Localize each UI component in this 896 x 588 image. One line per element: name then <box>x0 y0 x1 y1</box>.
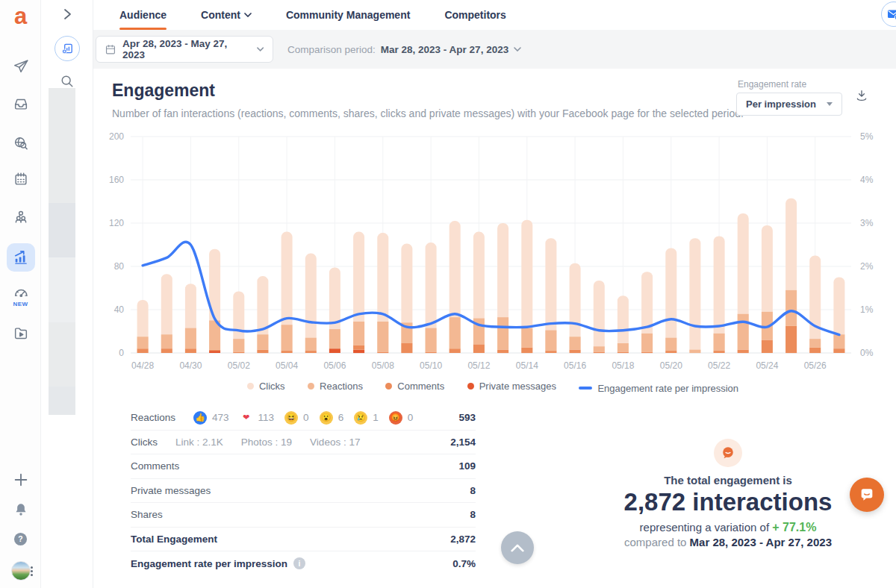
svg-text:2%: 2% <box>860 261 874 272</box>
reaction-emoji: 😡 <box>389 411 402 425</box>
sidebar-item-ads-dashboard[interactable] <box>0 284 41 301</box>
table-row: ClicksLink : 2.1KPhotos : 19Videos : 172… <box>131 431 476 455</box>
user-avatar[interactable] <box>0 561 41 581</box>
compared-prefix: compared to <box>624 536 686 548</box>
svg-text:80: 80 <box>114 261 125 272</box>
reaction-count: 6 <box>338 412 344 423</box>
sidebar-item-reports-active[interactable] <box>0 243 41 272</box>
reaction-count: 473 <box>212 412 229 423</box>
clicks-swatch <box>247 383 254 390</box>
sidebar-item-publishing[interactable] <box>0 58 41 75</box>
download-chart-button[interactable] <box>855 89 868 105</box>
legend-item-private-messages[interactable]: Private messages <box>467 381 556 392</box>
svg-text:5%: 5% <box>860 131 874 142</box>
sidebar-item-listening[interactable] <box>0 135 41 151</box>
comparison-period-picker[interactable]: Comparison period: Mar 28, 2023 - Apr 27… <box>287 30 521 69</box>
tab-label: Competitors <box>444 9 505 21</box>
tab-label: Audience <box>119 9 167 21</box>
globe-search-icon <box>13 135 29 151</box>
page-title: Engagement <box>112 81 215 101</box>
chevron-down-icon <box>244 13 252 17</box>
notifications-button[interactable] <box>0 501 41 518</box>
row-label: Engagement rate per impression <box>131 558 287 569</box>
table-row: Reactions👍473❤113😆0😮6😢1😡0593 <box>131 406 476 431</box>
engagement-chart[interactable]: 00%401%802%1203%1604%2005%04/2804/3005/0… <box>108 127 877 375</box>
legend-label: Private messages <box>479 381 556 392</box>
agorapulse-logo[interactable]: a <box>0 3 41 30</box>
svg-text:05/22: 05/22 <box>708 360 730 371</box>
info-icon[interactable]: i <box>293 557 305 569</box>
reports-chart-icon <box>13 249 29 266</box>
rate-dropdown[interactable]: Per impression <box>736 93 842 116</box>
row-label: Clicks <box>131 437 158 448</box>
sidebar-item-calendar[interactable] <box>0 171 41 187</box>
svg-text:05/04: 05/04 <box>276 360 298 371</box>
sidebar-item-inbox[interactable] <box>0 96 41 112</box>
help-button[interactable]: ? <box>0 532 41 546</box>
legend-item-engagement-rate[interactable]: Engagement rate per impression <box>579 383 738 394</box>
search-profiles-button[interactable] <box>41 75 93 88</box>
rate-dropdown-value: Per impression <box>746 98 816 110</box>
total-engagement-summary: The total engagement is 2,872 interactio… <box>564 439 892 548</box>
expand-panel-button[interactable] <box>41 7 93 21</box>
paper-plane-icon <box>13 58 29 75</box>
comparison-range-value: Mar 28, 2023 - Apr 27, 2023 <box>381 44 508 55</box>
comparison-label: Comparison period: <box>287 44 376 55</box>
svg-text:?: ? <box>18 535 22 543</box>
add-button[interactable] <box>0 472 41 488</box>
legend-item-reactions[interactable]: Reactions <box>308 381 363 392</box>
date-range-picker[interactable]: Apr 28, 2023 - May 27, 2023 <box>96 36 273 63</box>
chat-widget-button[interactable] <box>850 478 884 512</box>
rate-dropdown-label: Engagement rate <box>738 79 806 90</box>
chevron-down-icon <box>514 47 521 51</box>
legend-item-comments[interactable]: Comments <box>385 381 444 392</box>
rate-line-swatch <box>579 387 592 390</box>
tab-competitors[interactable]: Competitors <box>444 0 505 30</box>
profiles-panel <box>41 0 93 588</box>
svg-text:05/16: 05/16 <box>564 360 586 371</box>
svg-text:05/08: 05/08 <box>372 360 394 371</box>
row-value: 2,154 <box>450 437 476 448</box>
row-value: 8 <box>470 485 476 496</box>
svg-text:0: 0 <box>119 348 124 358</box>
variation-value: + 77.1% <box>772 521 816 534</box>
sidebar-item-community[interactable] <box>0 209 41 225</box>
report-tabs: Audience Content Community Management Co… <box>119 0 506 30</box>
summary-intro: The total engagement is <box>564 474 892 487</box>
legend-label: Reactions <box>320 381 363 392</box>
svg-text:40: 40 <box>114 304 125 315</box>
calendar-icon <box>13 171 29 187</box>
compared-range: Mar 28, 2023 - Apr 27, 2023 <box>690 536 832 548</box>
reaction-emoji: 👍 <box>193 411 207 425</box>
avatar <box>11 561 31 581</box>
tab-community-management[interactable]: Community Management <box>286 0 410 30</box>
legend-item-clicks[interactable]: Clicks <box>247 381 285 392</box>
table-row: Comments109 <box>131 454 476 479</box>
email-report-button[interactable] <box>881 1 896 27</box>
calendar-icon <box>105 43 116 55</box>
tab-audience[interactable]: Audience <box>119 0 167 30</box>
reaction-emoji: 😢 <box>354 411 367 425</box>
scroll-to-top-button[interactable] <box>501 531 534 564</box>
row-value: 0.7% <box>452 558 476 569</box>
sidebar-item-library[interactable] <box>0 325 41 342</box>
reaction-count: 113 <box>258 412 275 423</box>
tab-content[interactable]: Content <box>201 0 252 30</box>
comments-swatch <box>385 383 392 390</box>
row-label: Comments <box>131 460 179 472</box>
question-icon: ? <box>13 532 28 546</box>
svg-text:3%: 3% <box>860 218 874 228</box>
summary-compared: compared to Mar 28, 2023 - Apr 27, 2023 <box>564 536 892 548</box>
svg-text:05/24: 05/24 <box>756 360 778 371</box>
report-shortcut-button[interactable] <box>41 36 93 61</box>
legend-label: Comments <box>397 381 444 392</box>
reaction-emoji: 😆 <box>284 411 298 425</box>
row-label: Private messages <box>131 485 211 496</box>
section-subtitle: Number of fan interactions (reactions, c… <box>112 107 744 119</box>
tab-label: Community Management <box>286 9 410 21</box>
report-doc-icon <box>61 43 74 55</box>
filter-bar: Apr 28, 2023 - May 27, 2023 Comparison p… <box>93 30 896 69</box>
avatar-menu-button[interactable] <box>31 565 34 578</box>
svg-text:160: 160 <box>109 175 124 185</box>
reaction-emoji: 😮 <box>320 411 333 425</box>
